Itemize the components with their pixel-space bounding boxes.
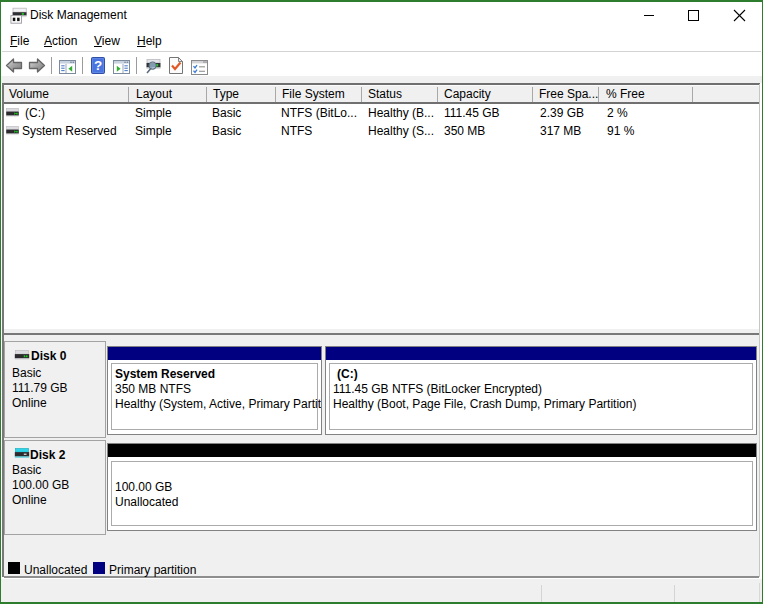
svg-text:?: ? [94, 58, 102, 73]
